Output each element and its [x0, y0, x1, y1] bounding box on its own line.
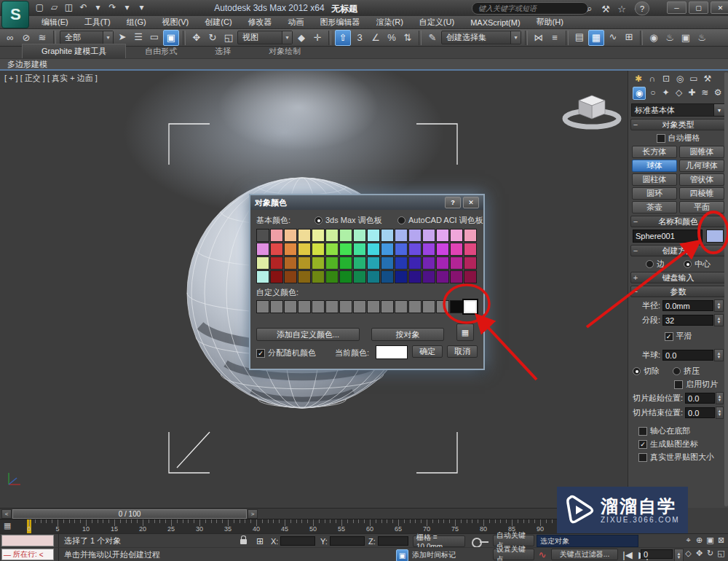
- center-radio[interactable]: [684, 260, 692, 268]
- custom-color-4[interactable]: [312, 300, 325, 313]
- curve-editor-icon[interactable]: ∿: [606, 30, 620, 44]
- menu-graph-editors[interactable]: 图形编辑器: [312, 17, 368, 28]
- open-file-icon[interactable]: ▱: [48, 1, 60, 13]
- zoom-icon[interactable]: ⌖: [683, 534, 694, 546]
- basic-color-1-6[interactable]: [339, 243, 352, 256]
- custom-color-14[interactable]: [450, 300, 463, 313]
- unlink-selection-icon[interactable]: ⊘: [19, 31, 33, 45]
- basic-color-0-11[interactable]: [408, 229, 422, 242]
- basic-color-3-10[interactable]: [395, 270, 408, 283]
- slice-to-field[interactable]: 0.0: [685, 407, 715, 418]
- align-icon[interactable]: ≡: [547, 31, 562, 45]
- segments-spinner[interactable]: ▲▼: [714, 314, 724, 326]
- z-field[interactable]: [378, 536, 408, 546]
- bind-to-space-warp-icon[interactable]: ≋: [35, 31, 50, 45]
- menu-modifiers[interactable]: 修改器: [240, 17, 280, 28]
- select-and-link-icon[interactable]: ∞: [3, 31, 17, 45]
- object-color-swatch[interactable]: [706, 230, 724, 243]
- basic-color-1-15[interactable]: [464, 243, 477, 256]
- max-palette-radio[interactable]: [314, 216, 323, 224]
- basic-color-3-14[interactable]: [450, 270, 463, 283]
- time-slider[interactable]: < 0 / 100 >: [0, 508, 628, 519]
- current-frame-field[interactable]: 0: [641, 549, 673, 559]
- slice-to-spinner[interactable]: ▲▼: [716, 407, 724, 419]
- basic-color-1-0[interactable]: [256, 243, 269, 256]
- custom-color-12[interactable]: [422, 300, 435, 313]
- mirror-icon[interactable]: ⋈: [531, 31, 546, 45]
- hemisphere-spinner[interactable]: ▲▼: [714, 349, 724, 361]
- use-pivot-center-icon[interactable]: ◆: [294, 31, 309, 45]
- custom-color-0[interactable]: [256, 300, 269, 313]
- custom-color-15[interactable]: [464, 300, 477, 313]
- selected-filter-dropdown[interactable]: 选定对象: [537, 535, 638, 547]
- basic-color-3-12[interactable]: [422, 270, 435, 283]
- basic-color-0-5[interactable]: [325, 229, 339, 242]
- basic-color-0-15[interactable]: [464, 229, 477, 242]
- space-warps-category-icon[interactable]: ≋: [699, 87, 711, 98]
- motion-tab-icon[interactable]: ◎: [674, 73, 686, 85]
- custom-color-9[interactable]: [381, 300, 394, 313]
- add-custom-color-button[interactable]: 添加自定义颜色...: [256, 328, 360, 341]
- custom-color-8[interactable]: [367, 300, 380, 313]
- zoom-all-icon[interactable]: ⊕: [694, 534, 705, 546]
- custom-color-5[interactable]: [325, 300, 339, 313]
- spinner-snap-icon[interactable]: ⇅: [400, 31, 415, 45]
- search-input[interactable]: 键入关键字或短语: [472, 2, 588, 15]
- tab-graphite[interactable]: Graphite 建模工具: [22, 44, 126, 58]
- x-field[interactable]: [280, 536, 315, 546]
- basic-color-1-11[interactable]: [408, 243, 422, 256]
- rollout-creation-method[interactable]: − 创建方法: [630, 245, 726, 256]
- basic-color-3-2[interactable]: [284, 270, 297, 283]
- basic-color-3-15[interactable]: [464, 270, 477, 283]
- basic-color-0-6[interactable]: [339, 229, 352, 242]
- primitive-category-dropdown[interactable]: 标准基本体 ▾: [631, 103, 725, 117]
- slice-from-field[interactable]: 0.0: [685, 393, 715, 404]
- basic-color-1-1[interactable]: [270, 243, 283, 256]
- dialog-title-bar[interactable]: 对象颜色 ? ✕: [250, 195, 483, 210]
- go-to-start-icon[interactable]: |◀: [620, 548, 635, 561]
- basic-color-0-9[interactable]: [381, 229, 394, 242]
- menu-customize[interactable]: 自定义(U): [411, 17, 462, 28]
- segments-field[interactable]: 32: [662, 315, 713, 326]
- snap-toggle-3d-icon[interactable]: 3: [352, 31, 367, 45]
- custom-color-2[interactable]: [284, 300, 297, 313]
- graphite-ribbon-toggle-icon[interactable]: ▦: [588, 30, 604, 46]
- utilities-tab-icon[interactable]: ⚒: [702, 73, 713, 85]
- basic-color-2-9[interactable]: [381, 256, 394, 270]
- basic-color-2-14[interactable]: [450, 256, 463, 270]
- basic-color-1-13[interactable]: [436, 243, 449, 256]
- cancel-button[interactable]: 取消: [447, 345, 478, 358]
- basic-color-1-14[interactable]: [450, 243, 463, 256]
- basic-color-1-5[interactable]: [325, 243, 339, 256]
- basic-color-0-4[interactable]: [312, 229, 325, 242]
- basic-color-2-6[interactable]: [339, 256, 352, 270]
- basic-color-0-10[interactable]: [395, 229, 408, 242]
- real-world-map-checkbox[interactable]: [638, 453, 647, 462]
- basic-color-0-8[interactable]: [367, 229, 380, 242]
- custom-color-10[interactable]: [395, 300, 408, 313]
- basic-color-1-8[interactable]: [367, 243, 380, 256]
- basic-color-3-3[interactable]: [298, 270, 311, 283]
- dialog-help-button[interactable]: ?: [445, 197, 461, 208]
- add-time-tag[interactable]: 添加时间标记: [412, 549, 456, 561]
- max-palette-option[interactable]: 3ds Max 调色板: [314, 215, 382, 226]
- custom-color-7[interactable]: [353, 300, 366, 313]
- close-button[interactable]: ✕: [711, 1, 728, 14]
- menu-group[interactable]: 组(G): [119, 17, 154, 28]
- tab-freeform[interactable]: 自由形式: [126, 44, 196, 58]
- selection-lock-icon[interactable]: [240, 534, 247, 546]
- aci-palette-option[interactable]: AutoCAD ACI 调色板: [397, 215, 483, 226]
- material-editor-icon[interactable]: ◉: [646, 31, 661, 45]
- maximize-viewport-icon[interactable]: ◱: [716, 547, 727, 559]
- select-object-icon[interactable]: ➤: [115, 30, 130, 44]
- schematic-view-icon[interactable]: ⊞: [622, 30, 636, 44]
- slice-on-checkbox[interactable]: [674, 380, 683, 389]
- menu-create[interactable]: 创建(C): [197, 17, 240, 28]
- modify-tab-icon[interactable]: ∩: [646, 73, 658, 85]
- rendered-frame-window-icon[interactable]: ▣: [678, 31, 693, 45]
- menu-edit[interactable]: 编辑(E): [33, 17, 76, 28]
- cameras-category-icon[interactable]: ◇: [673, 87, 685, 98]
- button-pyramid[interactable]: 四棱锥: [679, 187, 724, 200]
- set-key-button[interactable]: 设置关键点: [493, 549, 534, 560]
- custom-color-11[interactable]: [408, 300, 422, 313]
